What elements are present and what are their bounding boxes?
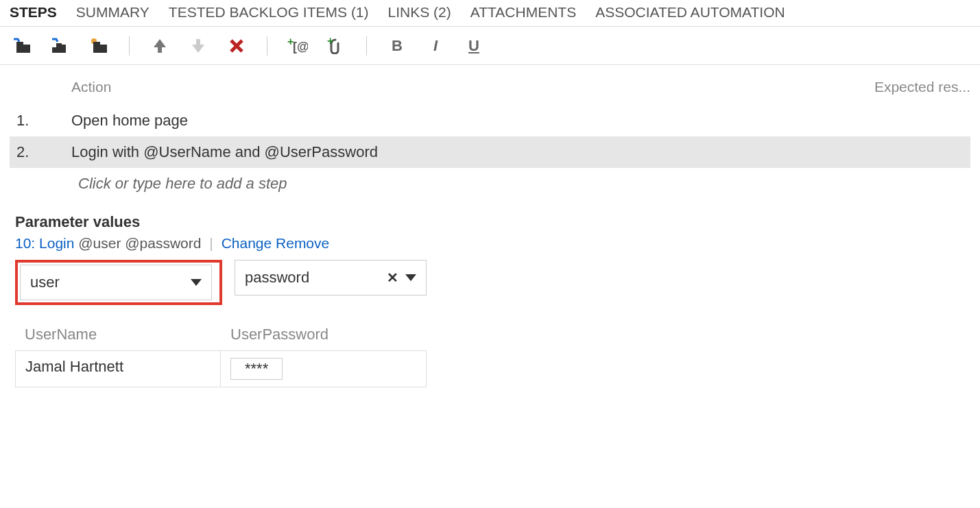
parameter-row[interactable]: Jamal Hartnett ****	[15, 350, 970, 387]
toolbar-separator	[267, 36, 267, 56]
tab-tested-backlog-items[interactable]: TESTED BACKLOG ITEMS (1)	[169, 4, 369, 21]
tab-attachments[interactable]: ATTACHMENTS	[470, 4, 576, 21]
insert-parameter-icon[interactable]: [@]+	[285, 34, 310, 58]
param-header-userpassword: UserPassword	[221, 319, 427, 350]
tab-bar: STEPS SUMMARY TESTED BACKLOG ITEMS (1) L…	[0, 0, 980, 27]
change-link[interactable]: Change	[222, 235, 272, 251]
param-value-userpassword[interactable]: ****	[221, 350, 427, 387]
dropdown-value: user	[30, 274, 60, 291]
add-attachment-icon[interactable]: +	[324, 34, 348, 58]
column-header-expected: Expected res...	[847, 79, 970, 95]
tab-links[interactable]: LINKS (2)	[388, 4, 451, 21]
separator: |	[209, 235, 213, 251]
param-header-username: UserName	[15, 319, 221, 350]
bold-icon[interactable]: B	[385, 34, 409, 58]
toolbar-separator	[129, 36, 130, 56]
tab-summary[interactable]: SUMMARY	[76, 4, 150, 21]
svg-text:+: +	[287, 38, 294, 47]
tab-associated-automation[interactable]: ASSOCIATED AUTOMATION	[595, 4, 785, 21]
toolbar-separator	[366, 36, 367, 56]
step-row[interactable]: 2. Login with @UserName and @UserPasswor…	[10, 136, 970, 168]
parameter-set-link[interactable]: 10: Login	[15, 235, 74, 251]
tab-steps[interactable]: STEPS	[10, 4, 57, 21]
dropdown-value: password	[245, 269, 309, 287]
svg-text:[@]: [@]	[293, 40, 308, 53]
svg-rect-2	[52, 47, 59, 53]
svg-rect-1	[16, 42, 23, 46]
password-masked: ****	[230, 358, 283, 380]
steps-grid: Action Expected res... 1. Open home page…	[0, 65, 980, 206]
chevron-down-icon	[405, 274, 416, 281]
step-row[interactable]: 1. Open home page	[10, 105, 970, 136]
chevron-down-icon	[191, 279, 202, 286]
password-dropdown[interactable]: password ✕	[235, 260, 427, 295]
user-dropdown[interactable]: user	[20, 265, 212, 300]
step-action[interactable]: Login with @UserName and @UserPassword	[71, 143, 970, 161]
insert-shared-step-icon[interactable]	[86, 34, 111, 58]
parameter-set-suffix-text: @user @password	[78, 235, 201, 251]
underline-icon[interactable]: U	[462, 34, 486, 58]
svg-text:+: +	[327, 38, 333, 47]
add-step-placeholder[interactable]: Click or type here to add a step	[10, 168, 970, 206]
highlighted-dropdown: user	[15, 260, 222, 305]
step-number: 2.	[10, 143, 71, 161]
clear-icon[interactable]: ✕	[387, 269, 398, 286]
insert-step-before-icon[interactable]	[48, 34, 73, 58]
move-up-icon[interactable]	[147, 34, 172, 58]
parameter-values-section: Parameter values 10: Login @user @passwo…	[0, 206, 980, 401]
param-value-username[interactable]: Jamal Hartnett	[15, 350, 221, 387]
svg-rect-4	[56, 43, 62, 47]
parameter-values-title: Parameter values	[15, 213, 970, 231]
delete-step-icon[interactable]	[224, 34, 249, 58]
column-header-action: Action	[71, 79, 847, 95]
step-action[interactable]: Open home page	[71, 112, 970, 130]
insert-step-icon[interactable]	[10, 34, 34, 58]
step-number: 1.	[10, 112, 71, 130]
toolbar: [@]+ + B I U	[0, 27, 980, 65]
remove-link[interactable]: Remove	[276, 235, 329, 251]
italic-icon[interactable]: I	[423, 34, 448, 58]
move-down-icon[interactable]	[186, 34, 211, 58]
parameter-table: UserName UserPassword Jamal Hartnett ***…	[15, 319, 970, 387]
svg-rect-7	[93, 42, 100, 46]
